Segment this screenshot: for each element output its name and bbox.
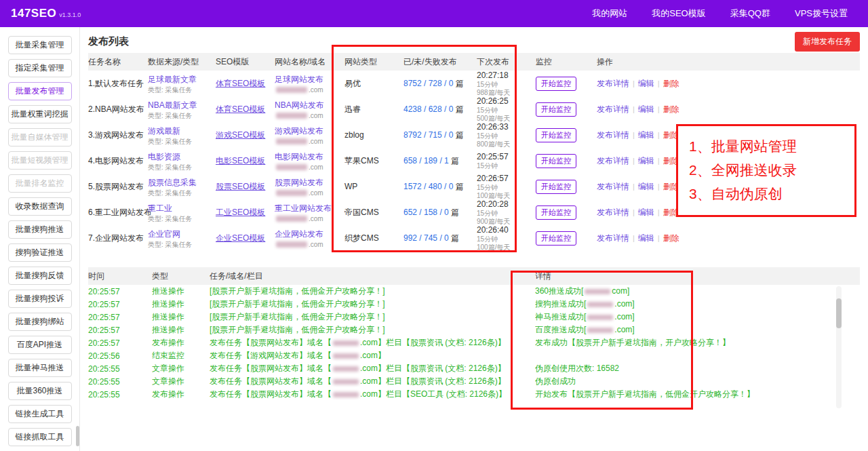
sidebar-item[interactable]: 批量360推送 [8,382,72,400]
data-source-link[interactable]: NBA最新文章 [148,100,197,110]
seo-template-link[interactable]: 体育SEO模板 [216,79,265,88]
redacted-domain [276,216,307,222]
sidebar-item[interactable]: 百度API推送 [8,336,72,354]
edit-link[interactable]: 编辑 [638,156,654,165]
publish-detail-link[interactable]: 发布详情 [597,233,629,243]
data-source-link[interactable]: 电影资源 [148,152,180,161]
column-header: 任务名称 [88,56,148,68]
delete-link[interactable]: 删除 [663,156,679,165]
delete-link[interactable]: 删除 [663,104,679,114]
sidebar-item[interactable]: 批量搜狗投诉 [8,290,72,308]
edit-link[interactable]: 编辑 [638,130,654,140]
site-name-link[interactable]: 股票网站发布 [275,178,323,187]
edit-link[interactable]: 编辑 [638,104,654,114]
log-row: 20:25:55发布操作发布任务【股票网站发布】域名【.com】栏目【SEO工具… [88,388,860,401]
edit-link[interactable]: 编辑 [638,79,654,88]
log-time: 20:25:57 [88,326,152,335]
site-domain: .com [275,163,344,171]
data-source-link[interactable]: 游戏最新 [148,126,180,136]
counts-cell: 652 / 158 / 0 篇 [403,207,477,218]
publish-counts: 1572 / 480 / 0 [403,182,453,191]
log-scrollbar-thumb[interactable] [836,298,842,328]
site-name-link[interactable]: 重工业网站发布 [275,203,332,213]
sidebar-item[interactable]: 批量搜狗反馈 [8,267,72,285]
log-time: 20:25:55 [88,364,152,374]
publish-detail-link[interactable]: 发布详情 [597,156,629,165]
delete-link[interactable]: 删除 [663,130,679,140]
monitor-cell: 开始监控 [536,102,597,117]
site-name-link[interactable]: 游戏网站发布 [275,126,323,136]
log-task: 发布任务【股票网站发布】域名【.com】栏目【股票资讯 (文档: 2126条)】 [210,363,535,374]
log-table-body: 20:25:57推送操作[股票开户新手避坑指南，低佣金开户攻略分享！]360推送… [88,285,860,407]
header-nav-item[interactable]: 我的SEO模版 [652,7,705,20]
delete-link[interactable]: 删除 [663,182,679,191]
counts-cell: 4238 / 628 / 0 篇 [403,104,477,115]
start-monitor-button[interactable]: 开始监控 [536,231,576,246]
sidebar-item[interactable]: 批量搜狗推送 [8,220,72,239]
sidebar-item[interactable]: 批量发布管理 [8,82,72,100]
seo-template-link[interactable]: 体育SEO模板 [216,104,265,114]
site-name-link[interactable]: 企业网站发布 [275,229,323,239]
header-nav-item[interactable]: 我的网站 [592,7,627,20]
publish-detail-link[interactable]: 发布详情 [597,208,629,217]
seo-template-link[interactable]: 企业SEO模板 [216,233,265,243]
sidebar-scrollbar[interactable] [76,426,79,446]
sidebar-item[interactable]: 批量权重词挖掘 [8,105,72,123]
site-cell: 足球网站发布.com [275,74,344,94]
body-layout: 批量采集管理指定采集管理批量发布管理批量权重词挖掘批量自媒体管理批量短视频管理批… [0,27,868,451]
start-monitor-button[interactable]: 开始监控 [536,180,576,194]
delete-link[interactable]: 删除 [663,233,679,243]
seo-template-link[interactable]: 股票SEO模板 [216,182,265,191]
site-name-link[interactable]: NBA网站发布 [275,100,324,110]
publish-detail-link[interactable]: 发布详情 [597,182,629,191]
sidebar-item[interactable]: 链接生成工具 [8,405,72,423]
sidebar-item[interactable]: 链接抓取工具 [8,428,72,446]
header-nav-item[interactable]: 采集QQ群 [730,7,770,20]
data-source-link[interactable]: 足球最新文章 [148,75,197,84]
data-source-link[interactable]: 股票信息采集 [148,178,197,187]
start-monitor-button[interactable]: 开始监控 [536,154,576,168]
site-name-link[interactable]: 电影网站发布 [275,152,323,161]
edit-link[interactable]: 编辑 [638,182,654,191]
sidebar-item[interactable]: 指定采集管理 [8,59,72,77]
sidebar-item[interactable]: 批量搜狗绑站 [8,313,72,331]
counts-unit: 篇 [453,79,463,88]
publish-detail-link[interactable]: 发布详情 [597,104,629,114]
seo-template-link[interactable]: 游戏SEO模板 [216,130,265,140]
seo-template-link[interactable]: 电影SEO模板 [216,156,265,165]
log-time: 20:25:57 [88,300,152,309]
publish-detail-link[interactable]: 发布详情 [597,130,629,140]
start-monitor-button[interactable]: 开始监控 [536,128,576,142]
data-source-link[interactable]: 重工业 [148,203,172,213]
data-source-link[interactable]: 企业官网 [148,229,180,239]
log-scrollbar[interactable] [836,286,842,408]
column-header: 监控 [536,56,597,68]
delete-link[interactable]: 删除 [663,79,679,88]
actions-cell: 发布详情|编辑|删除 [597,233,860,244]
cms-type: 苹果CMS [344,155,403,167]
sidebar-item[interactable]: 批量采集管理 [8,36,72,54]
site-domain: .com [275,138,344,145]
app-logo[interactable]: 147SEO v1.3.1.0 [11,7,81,20]
publish-detail-link[interactable]: 发布详情 [597,79,629,88]
counts-cell: 992 / 745 / 0 篇 [403,233,477,244]
sidebar-item[interactable]: 收录数据查询 [8,197,72,216]
sidebar-item[interactable]: 搜狗验证推送 [8,243,72,262]
data-source-type: 类型: 采集任务 [148,138,216,145]
redacted-domain [333,340,359,346]
header-nav-item[interactable]: VPS拨号设置 [795,7,848,20]
start-monitor-button[interactable]: 开始监控 [536,77,576,91]
log-task: 发布任务【股票网站发布】域名【.com】栏目【SEO工具 (文档: 2126条)… [210,389,535,400]
edit-link[interactable]: 编辑 [638,208,654,217]
start-monitor-button[interactable]: 开始监控 [536,205,576,220]
separator: | [658,234,660,242]
seo-template-cell: 股票SEO模板 [216,181,275,193]
seo-template-link[interactable]: 工业SEO模板 [216,208,265,217]
log-detail: 360推送成功[com] [535,286,860,297]
start-monitor-button[interactable]: 开始监控 [536,102,576,117]
delete-link[interactable]: 删除 [663,208,679,217]
site-name-link[interactable]: 足球网站发布 [275,75,323,84]
new-task-button[interactable]: 新增发布任务 [795,32,860,52]
edit-link[interactable]: 编辑 [638,233,654,243]
sidebar-item[interactable]: 批量神马推送 [8,359,72,377]
